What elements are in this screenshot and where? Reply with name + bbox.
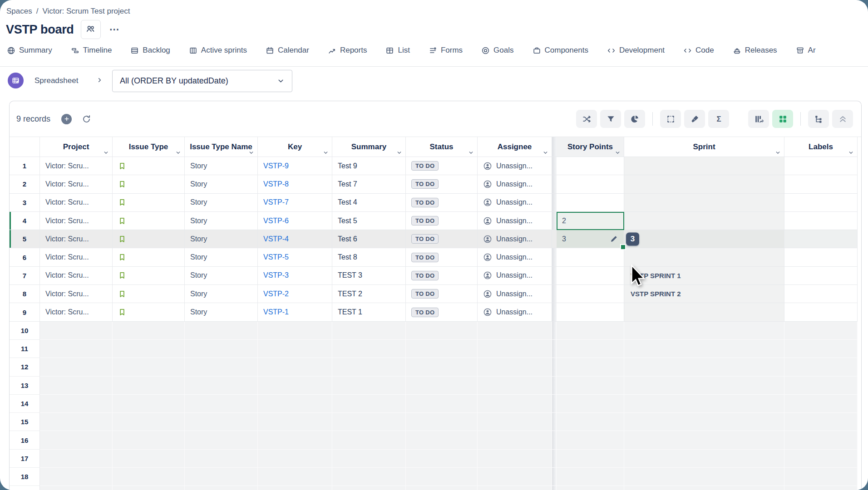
- cell-empty[interactable]: [784, 486, 858, 490]
- refresh-button[interactable]: [82, 114, 91, 124]
- row-number[interactable]: 2: [10, 175, 40, 193]
- cell-empty[interactable]: [557, 486, 624, 490]
- cell-empty[interactable]: [624, 413, 784, 431]
- cell-summary[interactable]: Test 8: [332, 248, 406, 266]
- column-header-labels[interactable]: Labels: [784, 137, 858, 157]
- cell-empty[interactable]: [40, 486, 113, 490]
- cell-labels[interactable]: [784, 230, 858, 248]
- cell-sprint[interactable]: [624, 230, 784, 248]
- cell-project[interactable]: Victor: Scru...: [40, 230, 113, 248]
- cell-project[interactable]: Victor: Scru...: [40, 248, 113, 266]
- cell-story-points[interactable]: [557, 157, 624, 175]
- spreadsheet-app-avatar[interactable]: [8, 73, 24, 88]
- cell-labels[interactable]: [784, 285, 858, 303]
- column-header-issue_type[interactable]: Issue Type: [113, 137, 185, 157]
- cell-empty[interactable]: [113, 395, 185, 413]
- cell-sprint[interactable]: VSTP SPRINT 2: [624, 285, 784, 303]
- cell-empty[interactable]: [185, 358, 258, 376]
- cell-issue-type-name[interactable]: Story: [185, 175, 258, 193]
- cell-labels[interactable]: [784, 303, 858, 321]
- column-header-project[interactable]: Project: [40, 137, 113, 157]
- cell-empty[interactable]: [113, 340, 185, 358]
- cell-empty[interactable]: [624, 358, 784, 376]
- column-header-sprint[interactable]: Sprint: [624, 137, 784, 157]
- cell-empty[interactable]: [557, 340, 624, 358]
- cell-empty[interactable]: [784, 395, 858, 413]
- cell-empty[interactable]: [113, 468, 185, 486]
- cell-empty[interactable]: [258, 431, 332, 449]
- cell-empty[interactable]: [624, 486, 784, 490]
- cell-empty[interactable]: [185, 413, 258, 431]
- cell-project[interactable]: Victor: Scru...: [40, 285, 113, 303]
- cell-issue-type[interactable]: [113, 157, 185, 175]
- cell-empty[interactable]: [113, 377, 185, 395]
- tab-calendar[interactable]: Calendar: [266, 46, 309, 55]
- cell-summary[interactable]: Test 5: [332, 212, 406, 230]
- cell-labels[interactable]: [784, 212, 858, 230]
- cell-empty[interactable]: [406, 395, 478, 413]
- cell-empty[interactable]: [406, 340, 478, 358]
- cell-empty[interactable]: [185, 340, 258, 358]
- cell-empty[interactable]: [113, 322, 185, 340]
- cell-empty[interactable]: [624, 340, 784, 358]
- cell-empty[interactable]: [478, 377, 552, 395]
- cell-labels[interactable]: [784, 248, 858, 266]
- cell-issue-type[interactable]: [113, 285, 185, 303]
- filter-button[interactable]: [600, 110, 621, 128]
- collapse-button[interactable]: [832, 110, 853, 128]
- cell-issue-key[interactable]: VSTP-5: [258, 248, 332, 266]
- cell-empty[interactable]: [258, 468, 332, 486]
- cell-assignee[interactable]: Unassign...: [478, 303, 552, 321]
- shuffle-button[interactable]: [576, 110, 597, 128]
- cell-empty[interactable]: [258, 358, 332, 376]
- cell-issue-key[interactable]: VSTP-2: [258, 285, 332, 303]
- cell-story-points-editing[interactable]: 33: [557, 230, 624, 248]
- cell-empty[interactable]: [332, 413, 406, 431]
- cell-project[interactable]: Victor: Scru...: [40, 175, 113, 193]
- row-number[interactable]: 12: [10, 358, 40, 376]
- cell-empty[interactable]: [113, 450, 185, 468]
- cell-issue-type-name[interactable]: Story: [185, 267, 258, 285]
- cell-empty[interactable]: [478, 340, 552, 358]
- row-number[interactable]: 8: [10, 285, 40, 303]
- column-settings-button[interactable]: [748, 110, 769, 128]
- sum-button[interactable]: Σ: [708, 110, 729, 128]
- cell-issue-type-name[interactable]: Story: [185, 194, 258, 212]
- cell-empty[interactable]: [40, 322, 113, 340]
- cell-empty[interactable]: [185, 486, 258, 490]
- cell-issue-type[interactable]: [113, 230, 185, 248]
- tab-development[interactable]: Development: [607, 46, 665, 55]
- cell-issue-type[interactable]: [113, 248, 185, 266]
- cell-issue-type-name[interactable]: Story: [185, 303, 258, 321]
- cell-empty[interactable]: [258, 377, 332, 395]
- cell-sprint[interactable]: [624, 194, 784, 212]
- cell-empty[interactable]: [784, 431, 858, 449]
- column-header-key[interactable]: Key: [258, 137, 332, 157]
- cell-assignee[interactable]: Unassign...: [478, 285, 552, 303]
- cell-empty[interactable]: [185, 322, 258, 340]
- cell-empty[interactable]: [113, 413, 185, 431]
- tab-reports[interactable]: Reports: [328, 46, 367, 55]
- cell-empty[interactable]: [624, 322, 784, 340]
- row-number[interactable]: 5: [10, 230, 40, 248]
- tab-components[interactable]: Components: [533, 46, 588, 55]
- row-number[interactable]: 18: [10, 468, 40, 486]
- spreadsheet-app-link[interactable]: Spreadsheet: [35, 76, 78, 85]
- cell-issue-key[interactable]: VSTP-4: [258, 230, 332, 248]
- cell-assignee[interactable]: Unassign...: [478, 157, 552, 175]
- cell-assignee[interactable]: Unassign...: [478, 248, 552, 266]
- view-select-dropdown[interactable]: All (ORDER BY updatedDate): [112, 70, 292, 92]
- cell-status[interactable]: TO DO: [406, 157, 478, 175]
- cell-empty[interactable]: [332, 450, 406, 468]
- add-record-button[interactable]: [61, 114, 72, 124]
- hierarchy-button[interactable]: [808, 110, 829, 128]
- cell-assignee[interactable]: Unassign...: [478, 230, 552, 248]
- row-number[interactable]: 7: [10, 267, 40, 285]
- cell-empty[interactable]: [557, 468, 624, 486]
- cell-assignee[interactable]: Unassign...: [478, 194, 552, 212]
- row-number[interactable]: 9: [10, 303, 40, 321]
- cell-empty[interactable]: [624, 431, 784, 449]
- cell-sprint[interactable]: [624, 212, 784, 230]
- breadcrumb-project[interactable]: Victor: Scrum Test project: [42, 7, 130, 16]
- column-header-status[interactable]: Status: [406, 137, 478, 157]
